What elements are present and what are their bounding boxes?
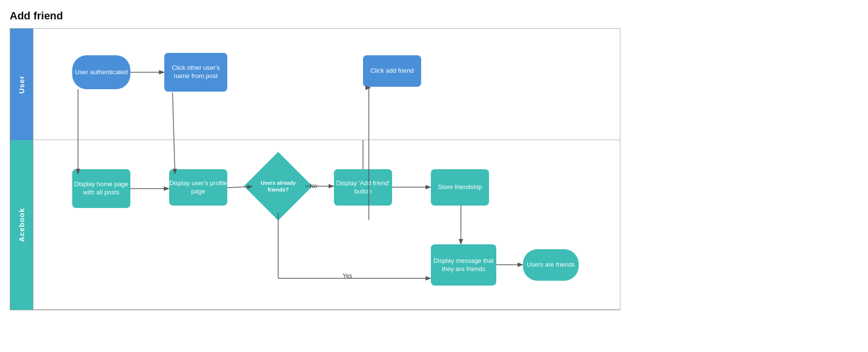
click-add-friend-node: Click add friend: [363, 55, 421, 87]
diagram-container: User Acebook User authenticated Click ot…: [10, 28, 620, 310]
acebook-lane: Display home page with all posts Display…: [33, 140, 620, 310]
display-message-node: Display message that they are friends: [431, 244, 496, 286]
user-authenticated-node: User authenticated: [72, 55, 130, 89]
page-title: Add friend: [10, 10, 858, 22]
users-are-friends-node: Users are friends: [523, 249, 579, 281]
acebook-lane-arrows: [33, 140, 620, 309]
store-friendship-node: Store friendship: [431, 169, 489, 206]
no-label: No: [310, 183, 317, 190]
swim-lane-labels: User Acebook: [10, 29, 33, 310]
display-home-node: Display home page with all posts: [72, 169, 130, 208]
user-lane: User authenticated Click other user's na…: [33, 29, 620, 140]
users-already-friends-diamond: Users already friends?: [252, 160, 305, 213]
user-lane-label: User: [10, 29, 33, 140]
swim-lanes: User authenticated Click other user's na…: [33, 29, 620, 310]
display-add-friend-node: Display 'Add friend' button: [334, 169, 392, 206]
display-profile-node: Display user's profile page: [169, 169, 227, 206]
yes-label: Yes: [343, 272, 352, 279]
click-other-user-node: Click other user's name from post: [164, 53, 227, 92]
acebook-lane-label: Acebook: [10, 140, 33, 310]
